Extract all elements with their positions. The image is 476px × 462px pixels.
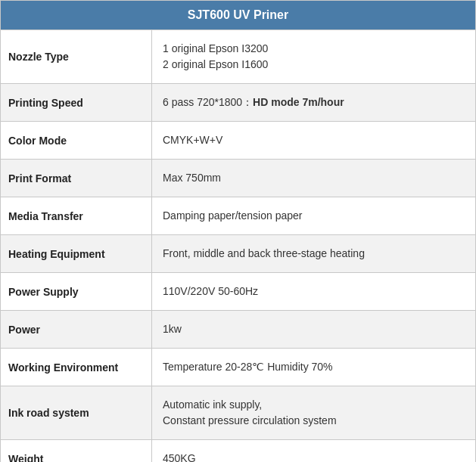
table-row: Color ModeCMYK+W+V [1,121,475,159]
value-text: Temperature 20-28℃ Humidity 70% [163,359,333,375]
row-value-color-mode: CMYK+W+V [152,122,475,159]
table-row: Working EnvironmentTemperature 20-28℃ Hu… [1,348,475,386]
row-value-print-format: Max 750mm [152,160,475,197]
row-value-media-transfer: Damping paper/tension paper [152,197,475,234]
value-text: 6 pass 720*1800： [163,95,253,110]
row-label-color-mode: Color Mode [1,122,152,159]
value-text: 1 original Epson I3200 2 original Epson … [163,41,268,73]
value-text: Damping paper/tension paper [163,208,302,224]
table-row: Power Supply110V/220V 50-60Hz [1,272,475,310]
row-label-working-environment: Working Environment [1,349,152,386]
table-title: SJT600 UV Priner [188,8,288,21]
row-label-ink-road-system: Ink road system [1,386,152,439]
value-text: Front, middle and back three-stage heati… [163,246,365,262]
table-row: Ink road systemAutomatic ink supply, Con… [1,386,475,439]
row-value-power: 1kw [152,311,475,348]
table-row: Printing Speed6 pass 720*1800：HD mode 7m… [1,83,475,121]
row-value-power-supply: 110V/220V 50-60Hz [152,273,475,310]
row-label-power-supply: Power Supply [1,273,152,310]
value-text: 450KG [163,451,196,462]
row-value-weight: 450KG [152,440,475,462]
table-header: SJT600 UV Priner [1,1,475,29]
table-row: Nozzle Type1 original Epson I3200 2 orig… [1,29,475,83]
value-bold: HD mode 7m/hour [253,95,344,110]
value-text: 1kw [163,321,182,337]
spec-table: SJT600 UV Priner Nozzle Type1 original E… [0,0,476,462]
row-label-power: Power [1,311,152,348]
value-text: Max 750mm [163,170,221,186]
value-text: CMYK+W+V [163,132,222,148]
table-row: Weight450KG [1,439,475,462]
row-label-heating-equipment: Heating Equipment [1,235,152,272]
row-value-printing-speed: 6 pass 720*1800：HD mode 7m/hour [152,84,475,121]
value-text: 110V/220V 50-60Hz [163,284,258,299]
table-row: Power1kw [1,310,475,348]
row-value-nozzle-type: 1 original Epson I3200 2 original Epson … [152,30,475,83]
row-value-heating-equipment: Front, middle and back three-stage heati… [152,235,475,272]
row-value-working-environment: Temperature 20-28℃ Humidity 70% [152,349,475,386]
row-label-nozzle-type: Nozzle Type [1,30,152,83]
row-value-ink-road-system: Automatic ink supply, Constant pressure … [152,386,475,439]
table-row: Print FormatMax 750mm [1,159,475,197]
table-row: Media TransferDamping paper/tension pape… [1,197,475,234]
row-label-weight: Weight [1,440,152,462]
value-text: Automatic ink supply, Constant pressure … [163,397,337,429]
row-label-printing-speed: Printing Speed [1,84,152,121]
table-row: Heating EquipmentFront, middle and back … [1,234,475,272]
row-label-media-transfer: Media Transfer [1,197,152,234]
row-label-print-format: Print Format [1,160,152,197]
